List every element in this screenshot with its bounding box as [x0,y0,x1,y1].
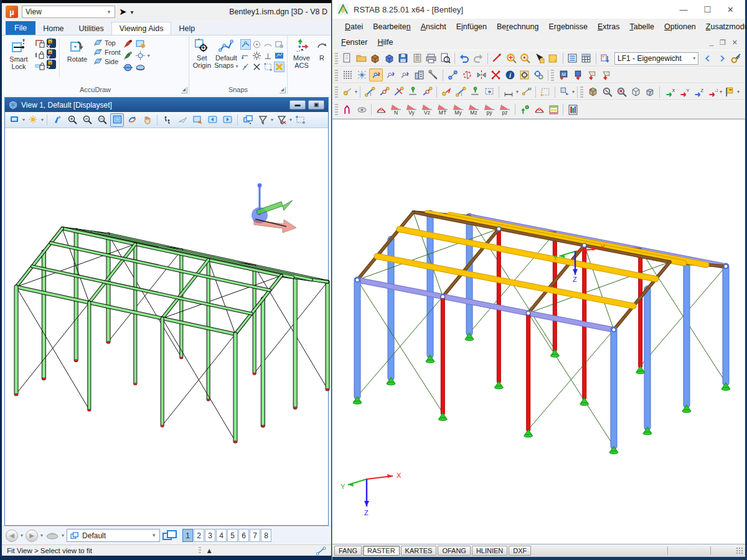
bracefig-button[interactable] [341,103,354,116]
clip-button[interactable] [410,52,424,65]
member2-button[interactable] [377,85,391,98]
menu-tabelle[interactable]: Tabelle [624,21,659,33]
view-in-y-button[interactable]: Y [677,85,690,98]
status-toggle-kartes[interactable]: KARTES [401,546,437,556]
chain-button[interactable] [446,68,459,82]
gears-button[interactable] [532,68,545,82]
snap-multi-icon[interactable] [274,50,284,61]
maximize-button[interactable]: ☐ [703,5,711,14]
circred-button[interactable] [460,68,474,82]
magcur-button[interactable] [600,85,614,98]
resize-grip[interactable] [736,547,743,554]
view-brightness-button[interactable] [26,113,40,127]
chevron-down-icon[interactable]: ▾ [720,89,722,95]
ribbon-tab-home[interactable]: Home [35,22,71,35]
accudraw-dialog-launcher-icon[interactable]: ◢ [181,87,187,93]
view-previous-button[interactable]: ◀ [6,530,18,542]
snap-midpoint-icon[interactable] [240,50,251,61]
snap-tangent-icon[interactable] [263,39,273,50]
dimxx-button[interactable]: xx [519,85,533,98]
view-6-toggle[interactable]: 6 [238,529,249,542]
menu-ansicht[interactable]: Ansicht [416,21,451,33]
mago-button[interactable] [505,52,519,65]
load3-button[interactable] [585,68,599,82]
member-button[interactable]: I [363,85,377,98]
snap-toggle-off-icon[interactable] [274,62,284,72]
setnode-button[interactable] [439,85,453,98]
folder-button[interactable] [354,52,368,65]
load2-button[interactable] [571,68,585,82]
set-plane-side-button[interactable]: Side [93,57,121,65]
default-snaps-button[interactable]: Default Snaps ▾ [214,37,239,69]
xred-button[interactable] [489,68,502,82]
panel-button[interactable] [566,103,580,116]
menu-zusatzmodule[interactable]: Zusatzmodule [701,21,747,33]
result-pz-button[interactable]: pz [497,102,512,117]
result-mz-button[interactable]: Mz [466,102,481,117]
rotate-view-icon[interactable] [135,62,146,73]
quill-red-icon[interactable] [123,39,133,49]
loadcase-sort-icon[interactable] [599,52,613,65]
view-minimize-button[interactable]: ▬ [289,100,306,110]
tgrid-button[interactable] [580,52,593,65]
view-4-toggle[interactable]: 4 [216,529,227,542]
chevron-down-icon[interactable]: ▾ [271,117,273,123]
cubew-button[interactable] [629,85,642,98]
chevron-down-icon[interactable]: ▾ [572,89,575,95]
fly-button[interactable] [176,113,189,127]
status-toggle-fang[interactable]: FANG [334,546,362,556]
snap-intersection-icon[interactable] [251,50,262,61]
chevron-down-icon[interactable]: ▾ [22,117,25,123]
redo-button[interactable] [472,52,486,65]
set-members-button[interactable]: I [454,85,467,98]
floppy-button[interactable] [397,52,410,65]
rotate-acs-button-partial[interactable]: R [315,37,329,62]
building-button[interactable] [412,68,426,82]
view-canvas[interactable] [5,128,328,525]
customize-qat-icon[interactable]: ▾ [131,9,134,16]
menu-bearbeiten[interactable]: Bearbeiten [368,21,415,33]
chevron-down-icon[interactable]: ▾ [289,117,292,123]
doc-button[interactable] [341,52,354,65]
next-loadcase-button[interactable] [715,52,729,65]
copy-view-button[interactable] [241,113,255,127]
ribbon-tab-utilities[interactable]: Utilities [72,22,111,35]
mdi-close-icon[interactable]: ✕ [732,39,738,47]
menu-extras[interactable]: Extras [593,21,624,33]
boxblue-button[interactable] [382,52,396,65]
chevron-down-icon[interactable]: ▾ [737,89,740,95]
update-view-button[interactable] [50,113,64,127]
dims-button[interactable] [502,85,515,98]
walk-button[interactable] [161,113,174,127]
set-supports-button[interactable] [468,85,482,98]
load-button[interactable]: M [557,68,570,82]
manage-view-groups-icon[interactable] [162,530,177,541]
clip-volume-button[interactable] [256,113,270,127]
chevron-down-icon[interactable]: ▾ [516,89,519,95]
view-2-toggle[interactable]: 2 [194,529,204,542]
view-window-titlebar[interactable]: View 1, Default [Displayset] ▬ ▣ [5,98,328,112]
select-clip-button[interactable] [293,113,307,127]
cubeg-button[interactable] [643,85,657,98]
undo-button[interactable] [458,52,471,65]
render-button[interactable] [586,85,599,98]
preview-button[interactable] [439,52,453,65]
member-eccentric-button[interactable] [420,85,434,98]
view-1-toggle[interactable]: 1 [182,529,193,542]
menu-ergebnisse[interactable]: Ergebnisse [543,21,593,33]
snap-point-through-icon[interactable] [251,62,262,72]
eye-button[interactable] [355,103,369,116]
view-restore-button[interactable]: ▣ [308,100,324,110]
view-8-toggle[interactable]: 8 [261,529,271,542]
result-n-button[interactable]: N [388,102,403,117]
view-7-toggle[interactable]: 7 [250,529,260,542]
view-previous-button[interactable] [205,113,219,127]
rstab-titlebar[interactable]: 8 RSTAB 8.25.01 x64 - [Bentley] — ☐ ✕ [332,0,745,19]
wrench-button[interactable] [426,68,440,82]
snap-origin-icon[interactable] [240,62,251,72]
set-origin-button[interactable]: Set Origin [192,37,212,69]
smart-lock-button[interactable]: Smart Lock [4,37,33,70]
result-deform-button[interactable] [374,103,388,116]
lock-x-button[interactable]: 🔒X [47,39,56,48]
printer-button[interactable] [425,52,438,65]
